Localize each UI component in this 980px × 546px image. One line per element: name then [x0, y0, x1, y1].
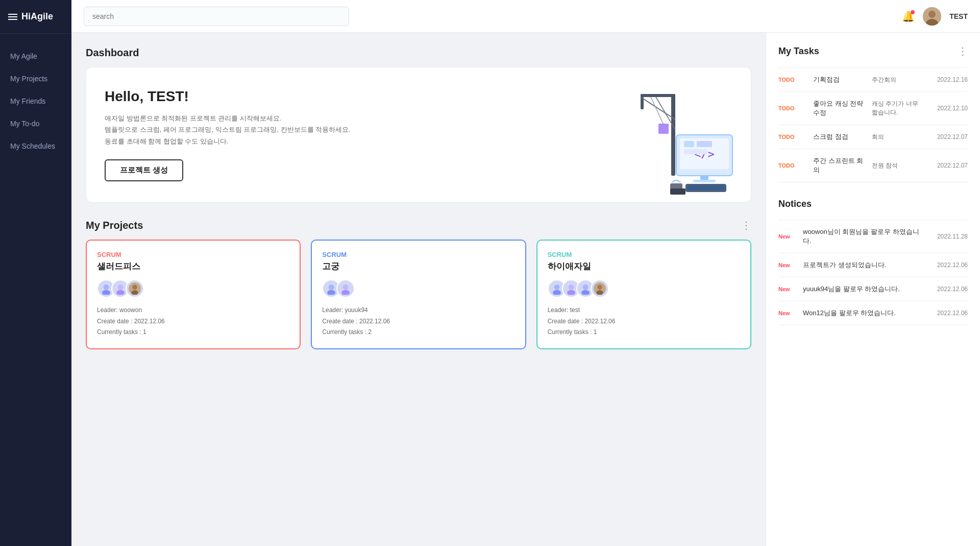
notice-item-1[interactable]: New woowon님이 회원님을 팔로우 하였습니다. 2022.11.28 [778, 220, 968, 253]
notice-badge-2: New [778, 262, 799, 268]
task-date-2: 2022.12.10 [927, 105, 968, 112]
task-label-3: 회의 [872, 133, 923, 141]
project-card-3[interactable]: SCRUM 하이애자일 [536, 240, 751, 349]
svg-rect-5 [641, 94, 644, 109]
projects-header: My Projects ⋮ [86, 219, 751, 231]
notice-text-2: 프로젝트가 생성되었습니다. [803, 260, 923, 270]
project-info-2: Leader: yuuuk94 Create date : 2022.12.06… [322, 305, 514, 338]
task-title-4: 주간 스프린트 회의 [813, 156, 868, 175]
svg-point-40 [597, 285, 602, 290]
content-area: Dashboard Hello, TEST! 애자일 방법론으로 최적화된 프로… [71, 33, 980, 546]
project-card-1[interactable]: SCRUM 샐러드피스 Leader: wo [86, 240, 301, 349]
project-info-1: Leader: woowon Create date : 2022.12.06 … [97, 305, 289, 338]
svg-point-38 [581, 290, 590, 295]
svg-rect-14 [697, 141, 712, 147]
svg-rect-13 [684, 141, 694, 147]
project-name-1: 샐러드피스 [97, 260, 289, 272]
project-date-2: Create date : 2022.12.06 [322, 316, 514, 327]
create-project-button[interactable]: 프로젝트 생성 [105, 159, 183, 181]
tasks-section-header: My Tasks ⋮ [778, 45, 968, 57]
project-tasks-3: Currently tasks : 1 [548, 327, 740, 338]
search-input[interactable] [84, 7, 349, 26]
project-type-3: SCRUM [548, 251, 740, 258]
projects-more-icon[interactable]: ⋮ [741, 219, 751, 231]
notice-date-4: 2022.12.06 [927, 310, 968, 317]
desc-line1: 애자일 방법론으로 최적화된 프로젝트 관리를 시작해보세요. [105, 114, 282, 122]
notification-dot [911, 10, 915, 14]
main-content: 🔔 TEST Dashboard Hello, TEST! [71, 0, 980, 546]
task-date-3: 2022.12.07 [927, 133, 968, 140]
task-item-1[interactable]: TODO 기획점검 주간회의 2022.12.16 [778, 68, 968, 92]
project-type-1: SCRUM [97, 251, 289, 258]
right-panel: My Tasks ⋮ TODO 기획점검 주간회의 2022.12.16 TOD… [766, 33, 980, 546]
svg-rect-19 [688, 185, 724, 190]
task-label-2: 캐싱 주기가 너무 짧습니다. [872, 100, 923, 117]
notification-icon[interactable]: 🔔 [902, 10, 915, 22]
svg-rect-17 [693, 180, 716, 182]
sidebar-nav: My Agile My Projects My Friends My To-do… [0, 34, 71, 169]
sidebar: HiAgile My Agile My Projects My Friends … [0, 0, 71, 546]
task-status-2: TODO [778, 105, 809, 111]
member-avatar [591, 279, 609, 298]
app-name: HiAgile [21, 11, 53, 22]
project-name-2: 고궁 [322, 260, 514, 272]
task-item-2[interactable]: TODO 좋아요 캐싱 전략 수정 캐싱 주기가 너무 짧습니다. 2022.1… [778, 92, 968, 125]
project-leader-2: Leader: yuuuk94 [322, 305, 514, 316]
svg-point-23 [102, 290, 110, 295]
notice-item-4[interactable]: New Won12님을 팔로우 하였습니다. 2022.12.06 [778, 301, 968, 325]
svg-point-37 [582, 284, 588, 290]
projects-section-title: My Projects [86, 220, 741, 231]
task-label-4: 전원 참석 [872, 161, 923, 170]
sidebar-item-my-friends[interactable]: My Friends [0, 91, 71, 111]
svg-point-34 [553, 290, 561, 295]
dashboard-banner: Hello, TEST! 애자일 방법론으로 최적화된 프로젝트 관리를 시작해… [86, 67, 751, 203]
task-date-4: 2022.12.07 [927, 162, 968, 169]
app-logo[interactable]: HiAgile [0, 0, 71, 34]
sidebar-item-my-projects[interactable]: My Projects [0, 68, 71, 89]
avatar[interactable] [923, 7, 941, 26]
project-members-2 [322, 279, 514, 298]
notice-item-2[interactable]: New 프로젝트가 생성되었습니다. 2022.12.06 [778, 253, 968, 277]
project-tasks-1: Currently tasks : 1 [97, 327, 289, 338]
project-leader-3: Leader: test [548, 305, 740, 316]
task-item-4[interactable]: TODO 주간 스프린트 회의 전원 참석 2022.12.07 [778, 149, 968, 182]
tasks-more-icon[interactable]: ⋮ [958, 45, 968, 57]
member-avatar [336, 279, 355, 298]
svg-point-22 [104, 284, 109, 290]
task-item-3[interactable]: TODO 스크럼 점검 회의 2022.12.07 [778, 125, 968, 149]
notice-text-1: woowon님이 회원님을 팔로우 하였습니다. [803, 227, 923, 246]
project-members-3 [548, 279, 740, 298]
notices-section: Notices New woowon님이 회원님을 팔로우 하였습니다. 202… [778, 199, 968, 325]
desc-line3: 동료를 초대해 함께 협업할 수도 있습니다. [105, 137, 229, 145]
task-list: TODO 기획점검 주간회의 2022.12.16 TODO 좋아요 캐싱 전략… [778, 67, 968, 182]
svg-point-32 [341, 290, 350, 295]
center-panel: Dashboard Hello, TEST! 애자일 방법론으로 최적화된 프로… [71, 33, 766, 546]
search-box[interactable] [84, 7, 349, 26]
project-tasks-2: Currently tasks : 2 [322, 327, 514, 338]
banner-greeting: Hello, TEST! [105, 88, 351, 105]
task-status-1: TODO [778, 77, 809, 83]
task-status-3: TODO [778, 134, 809, 140]
project-leader-1: Leader: woowon [97, 305, 289, 316]
svg-point-33 [554, 284, 559, 290]
svg-point-25 [116, 290, 125, 295]
project-name-3: 하이애자일 [548, 260, 740, 272]
notice-text-4: Won12님을 팔로우 하였습니다. [803, 308, 923, 318]
banner-description: 애자일 방법론으로 최적화된 프로젝트 관리를 시작해보세요. 템플릿으로 스크… [105, 113, 351, 147]
sidebar-item-my-schedules[interactable]: My Schedules [0, 136, 71, 156]
project-type-2: SCRUM [322, 251, 514, 258]
svg-rect-16 [700, 176, 708, 180]
notice-text-3: yuuuk94님을 팔로우 하였습니다. [803, 284, 923, 294]
sidebar-item-my-agile[interactable]: My Agile [0, 46, 71, 66]
svg-point-31 [343, 284, 349, 290]
svg-point-1 [928, 11, 936, 18]
svg-point-35 [568, 284, 574, 290]
project-members-1 [97, 279, 289, 298]
project-card-2[interactable]: SCRUM 고궁 Leader: yuuuk94 Create date : 2… [311, 240, 526, 349]
svg-rect-3 [671, 94, 675, 176]
sidebar-item-my-todo[interactable]: My To-do [0, 113, 71, 134]
banner-text: Hello, TEST! 애자일 방법론으로 최적화된 프로젝트 관리를 시작해… [105, 88, 351, 181]
svg-point-36 [567, 290, 575, 295]
notice-badge-1: New [778, 233, 799, 240]
notice-item-3[interactable]: New yuuuk94님을 팔로우 하였습니다. 2022.12.06 [778, 277, 968, 301]
